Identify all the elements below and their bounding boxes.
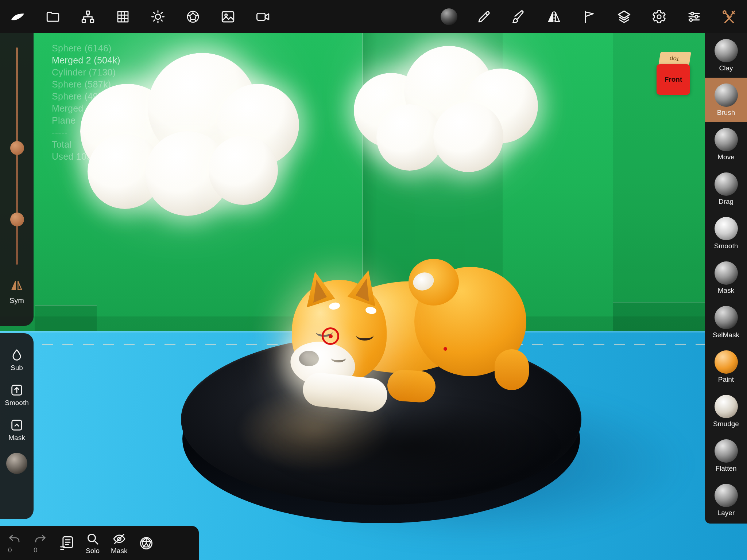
- magnifier-icon: [85, 532, 100, 546]
- brush-settings-panel: Sym: [0, 33, 34, 326]
- undo-button[interactable]: 0: [7, 532, 22, 554]
- box-arrow-up-icon: [9, 383, 24, 397]
- tool-label: Flatten: [715, 464, 736, 472]
- debug-tools-button[interactable]: [721, 8, 738, 25]
- mask-panel-label: Mask: [8, 434, 25, 442]
- cube-front-label: Front: [665, 75, 682, 83]
- smooth-label: Smooth: [5, 399, 28, 407]
- matcap-material-button[interactable]: [441, 8, 457, 25]
- brush-sphere-icon: [715, 83, 738, 107]
- layer-sphere-icon: [715, 484, 738, 507]
- tool-flatten[interactable]: Flatten: [705, 433, 747, 478]
- droplet-icon: [9, 348, 24, 362]
- files-button[interactable]: [44, 8, 61, 25]
- box-chevron-icon: [9, 418, 24, 432]
- symmetry-button[interactable]: [546, 8, 562, 25]
- tool-selmask[interactable]: SelMask: [705, 300, 747, 345]
- sub-label: Sub: [11, 364, 23, 372]
- poly-sphere-icon: [185, 9, 201, 24]
- video-camera-icon: [255, 9, 271, 24]
- orientation-cube-top-face[interactable]: Top: [658, 52, 691, 66]
- folder-icon: [45, 9, 61, 24]
- brush-size-handle[interactable]: [10, 141, 24, 155]
- environment-button[interactable]: [185, 8, 201, 25]
- drag-sphere-icon: [715, 172, 738, 196]
- settings-button[interactable]: [651, 8, 667, 25]
- mask-view-button[interactable]: Mask: [111, 532, 127, 555]
- tool-paint[interactable]: Paint: [705, 345, 747, 389]
- solo-button[interactable]: Solo: [85, 532, 100, 555]
- wireframe-button[interactable]: [138, 535, 154, 551]
- cloud-right: [343, 39, 547, 174]
- brush-intensity-handle[interactable]: [10, 213, 24, 226]
- dog-ear-right: [347, 268, 381, 306]
- wall-step-left: [35, 305, 97, 331]
- scene-graph-icon: [80, 9, 96, 24]
- camera-button[interactable]: [255, 8, 271, 25]
- symmetry-toggle[interactable]: Sym: [0, 278, 34, 305]
- tool-smooth[interactable]: Smooth: [705, 211, 747, 256]
- tool-drag[interactable]: Drag: [705, 167, 747, 211]
- selmask-sphere-icon: [715, 306, 738, 329]
- cloud-puff: [433, 102, 503, 172]
- tool-label: Smooth: [714, 242, 738, 250]
- layers-icon: [616, 9, 632, 24]
- matcap-sphere-icon: [441, 8, 457, 25]
- tool-layer[interactable]: Layer: [705, 478, 747, 522]
- tool-mask[interactable]: Mask: [705, 256, 747, 300]
- tool-label: Drag: [719, 198, 734, 206]
- topology-button[interactable]: [115, 8, 131, 25]
- brush-slider-track[interactable]: [16, 47, 18, 265]
- sym-label: Sym: [0, 296, 34, 305]
- tool-label: Paint: [718, 376, 734, 384]
- image-button[interactable]: [220, 8, 236, 25]
- layers-button[interactable]: [616, 8, 632, 25]
- scene-graph-button[interactable]: [80, 8, 96, 25]
- flag-button[interactable]: [581, 8, 597, 25]
- pencil-button[interactable]: [476, 8, 492, 25]
- tool-move[interactable]: Move: [705, 122, 747, 167]
- tool-clay[interactable]: Clay: [705, 33, 747, 78]
- solo-label: Solo: [86, 547, 100, 555]
- top-toolbar-right: [441, 8, 738, 25]
- tool-label: Mask: [718, 287, 734, 295]
- top-toolbar: [0, 0, 747, 33]
- tool-label: Move: [717, 153, 734, 161]
- paint-sphere-icon: [715, 350, 738, 374]
- bottom-toolbar: 0 0 Solo Mask: [0, 526, 199, 560]
- paintbrush-button[interactable]: [511, 8, 527, 25]
- orientation-cube-front-face[interactable]: Front: [657, 64, 690, 95]
- tool-smudge[interactable]: Smudge: [705, 389, 747, 433]
- tool-brush[interactable]: Brush: [705, 78, 747, 122]
- redo-button[interactable]: 0: [33, 532, 47, 554]
- image-icon: [220, 9, 236, 24]
- tool-label: Brush: [717, 109, 735, 117]
- wireframe-sphere-icon: [138, 535, 154, 551]
- stroke-options-panel: Sub Smooth Mask: [0, 333, 34, 519]
- top-toolbar-left: [9, 8, 271, 25]
- viewport-3d[interactable]: Sphere (6146) Merged 2 (504k) Cylinder (…: [0, 0, 747, 560]
- sub-toggle[interactable]: Sub: [9, 348, 24, 372]
- cloud-puff: [376, 104, 443, 171]
- lighting-button[interactable]: [150, 8, 166, 25]
- tool-label: Clay: [719, 64, 733, 72]
- flatten-sphere-icon: [715, 439, 738, 463]
- tool-toolbar: Clay Brush Move Drag Smooth Mask SelMask: [705, 33, 747, 524]
- paintbrush-icon: [511, 9, 527, 24]
- wrench-screwdriver-icon: [721, 9, 737, 24]
- mask-toggle[interactable]: Mask: [8, 418, 25, 442]
- brush-cursor-target: [322, 327, 339, 345]
- history-list-button[interactable]: [58, 535, 74, 551]
- sliders-icon: [686, 9, 702, 24]
- adjust-sliders-button[interactable]: [686, 8, 703, 25]
- material-preview-sphere[interactable]: [6, 453, 27, 474]
- shiba-model: [285, 255, 533, 412]
- smooth-toggle[interactable]: Smooth: [5, 383, 28, 407]
- mirror-triangles-icon: [546, 9, 562, 24]
- mask-sphere-icon: [715, 261, 738, 285]
- orientation-cube[interactable]: Top Front: [657, 51, 693, 96]
- smooth-sphere-icon: [715, 217, 738, 240]
- pencil-icon: [476, 9, 492, 24]
- app-logo-button[interactable]: [9, 8, 26, 25]
- tool-label: SelMask: [713, 331, 739, 339]
